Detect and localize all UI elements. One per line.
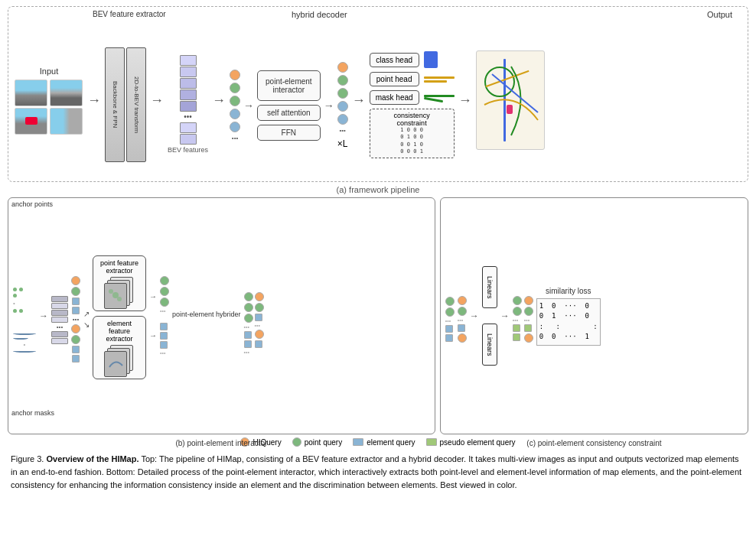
bottom-right: ••• ••• → Linears Linears	[440, 197, 748, 434]
co2-2	[524, 307, 533, 316]
dot-row-1	[13, 288, 23, 291]
decoder-section: ••• → point-elementinteractor self atten…	[230, 62, 348, 149]
pho1	[255, 292, 264, 301]
feat-layer-1	[180, 55, 197, 66]
bev-cube-dots: •••	[51, 324, 68, 330]
anchor-points-dots: • •	[13, 271, 36, 362]
q-green-1	[71, 287, 80, 296]
arrow-6: →	[352, 93, 366, 109]
dot-g2	[19, 288, 23, 291]
out-query-cols: ••• •••	[160, 276, 169, 356]
line-green-2	[424, 97, 443, 102]
ci1	[445, 297, 455, 306]
legend-element-query-label: element query	[367, 438, 415, 447]
2d-bev-block: 2D-to-BEV transform	[126, 47, 146, 162]
wavy-group: •	[13, 330, 36, 354]
pho3	[255, 314, 262, 321]
wavy-dots: •	[13, 341, 36, 348]
phb1	[244, 331, 252, 339]
ci-dots: •••	[445, 318, 455, 324]
output-map	[476, 50, 545, 150]
arr-right-1: →	[149, 292, 157, 301]
co2: •••	[524, 296, 533, 343]
arr-up: ↗	[83, 310, 90, 318]
phg-dots: •••	[244, 324, 253, 330]
input-section: Input	[15, 67, 83, 135]
line-yellow	[424, 76, 455, 79]
legend-green-circle	[292, 437, 301, 447]
eq-dots: •••	[160, 350, 169, 356]
arrows-split: ↗ ↘	[83, 310, 90, 329]
q-orange-2	[71, 324, 80, 333]
legend-lime-rect	[426, 438, 437, 446]
consistency-diagram: ••• ••• → Linears Linears	[445, 203, 743, 429]
ci8	[458, 333, 467, 343]
circle-green-2	[230, 96, 240, 106]
vert-text-block: Backbone & FPN 2D-to-BEV transform	[105, 47, 146, 162]
eq3	[160, 341, 168, 349]
query-nodes-1: •••	[71, 276, 80, 363]
constraint-matrix: 1 0 0 00 1 0 00 0 1 00 0 0 1	[375, 127, 449, 154]
extract-pattern-2	[106, 352, 125, 375]
co1: •••	[513, 296, 522, 343]
phg1	[244, 292, 253, 301]
co2-o1	[524, 333, 533, 343]
anchor-points-label: anchor points	[11, 200, 53, 208]
framework-pipeline-label: (a) framework pipeline	[8, 185, 748, 194]
feat-layer-3	[180, 78, 197, 89]
bev-l4	[51, 317, 68, 323]
decoder-blocks: point-elementinteractor self attention F…	[257, 70, 321, 141]
input-label: Input	[40, 67, 58, 76]
ci7	[458, 324, 465, 332]
arrow-5: →	[324, 99, 334, 112]
co1-2	[513, 307, 522, 316]
point-query-col: •••	[160, 276, 169, 314]
post-orange-col: •••	[255, 292, 264, 355]
feat-stack-2	[180, 122, 197, 145]
ci-dots2: •••	[458, 317, 467, 323]
co1-lime1	[513, 324, 520, 332]
svg-point-0	[112, 292, 119, 298]
heads-section: class head point head mask head	[370, 51, 455, 158]
overlap-layers-2	[106, 345, 133, 376]
input-img-4	[50, 108, 83, 135]
bev-l2	[51, 303, 68, 309]
arrows-merge: → →	[149, 292, 157, 340]
ffn-box: FFN	[257, 125, 321, 141]
pho5	[255, 340, 262, 348]
dot-g3	[13, 294, 17, 298]
legend-point-query-label: point query	[305, 438, 342, 447]
dots-query: •••	[232, 135, 238, 141]
eq2	[160, 332, 168, 340]
dot-row-2	[13, 294, 17, 298]
feat-dots: •••	[184, 113, 192, 121]
bottom-left: anchor points anchor masks •	[8, 197, 435, 434]
hybrid-decoder-label: hybrid decoder	[292, 10, 347, 19]
class-head-box: class head	[370, 53, 419, 67]
input-img-2	[50, 80, 83, 106]
q-dots-1: •••	[73, 316, 79, 323]
phg3	[244, 314, 253, 323]
phb-dots: •••	[244, 350, 253, 355]
arrow-bl-1: →	[39, 311, 48, 321]
sim-loss-label: similarity loss	[546, 287, 591, 295]
q-orange-1	[71, 276, 80, 285]
circle-green-4	[337, 88, 348, 99]
q-green-2	[71, 335, 80, 344]
bottom-area: anchor points anchor masks •	[8, 197, 748, 434]
dots-1: •	[13, 300, 15, 307]
legend-blue-rect	[353, 438, 363, 446]
point-head-visual	[424, 76, 455, 83]
head-row-class: class head	[370, 51, 455, 68]
caption-bold: Overview of the HIMap.	[46, 454, 138, 463]
feat-layer-7	[180, 134, 197, 145]
query-col-input: •••	[230, 70, 240, 141]
post-hybrid-cols: ••• ••• •••	[244, 292, 264, 355]
feature-extractors: point featureextractor	[93, 255, 146, 379]
feat-stack	[180, 55, 197, 112]
arr-right-2: →	[149, 331, 157, 340]
query-col-out2: •••	[337, 62, 348, 134]
q-blue-sq-4	[72, 355, 80, 363]
decoder-inner: ••• → point-elementinteractor self atten…	[230, 62, 348, 149]
arrow-2: →	[150, 93, 164, 109]
